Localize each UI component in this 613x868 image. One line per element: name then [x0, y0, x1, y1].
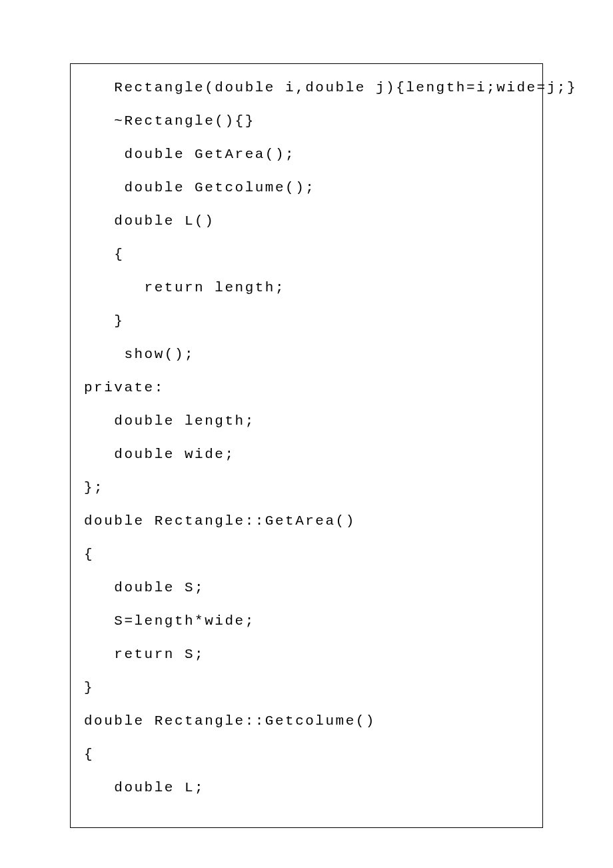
code-line: double Getcolume();	[84, 181, 529, 195]
code-line: double wide;	[84, 447, 529, 461]
code-line: double length;	[84, 414, 529, 428]
code-line: double GetArea();	[84, 147, 529, 161]
code-line: double L()	[84, 214, 529, 228]
code-line: double Rectangle::Getcolume()	[84, 714, 529, 728]
code-line: double L;	[84, 781, 529, 795]
code-line: double Rectangle::GetArea()	[84, 514, 529, 528]
code-line: };	[84, 481, 529, 495]
code-line: {	[84, 747, 529, 761]
code-container: Rectangle(double i,double j){length=i;wi…	[70, 63, 543, 828]
code-line: double S;	[84, 581, 529, 595]
code-line: return S;	[84, 647, 529, 661]
code-line: return length;	[84, 281, 529, 295]
code-line: {	[84, 247, 529, 261]
code-line: private:	[84, 381, 529, 395]
code-line: show();	[84, 347, 529, 361]
code-line: Rectangle(double i,double j){length=i;wi…	[84, 81, 529, 95]
code-line: }	[84, 681, 529, 695]
code-line: ~Rectangle(){}	[84, 114, 529, 128]
code-line: S=length*wide;	[84, 614, 529, 628]
code-line: }	[84, 314, 529, 328]
code-line: {	[84, 547, 529, 561]
